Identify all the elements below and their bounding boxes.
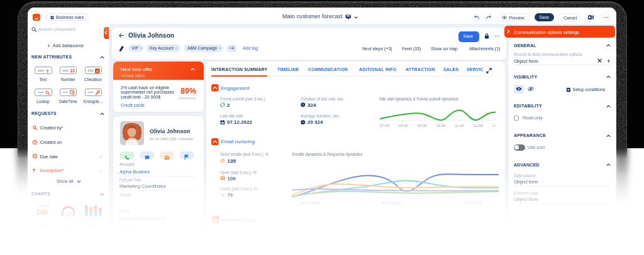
svg-text:13:00: 13:00 (492, 124, 496, 127)
svg-text:09:00: 09:00 (418, 124, 428, 127)
svg-text:07:00: 07:00 (380, 124, 390, 127)
svg-text:02.07.2022: 02.07.2022 (382, 201, 401, 205)
svg-text:10:00: 10:00 (436, 124, 446, 127)
svg-text:08:00: 08:00 (399, 124, 409, 127)
svg-text:88: 88 (67, 214, 70, 217)
svg-text:24.07.2022: 24.07.2022 (464, 201, 483, 205)
svg-text:12.06.2022: 12.06.2022 (301, 201, 320, 205)
svg-text:11:00: 11:00 (455, 124, 464, 127)
svg-text:12:00: 12:00 (474, 124, 484, 127)
